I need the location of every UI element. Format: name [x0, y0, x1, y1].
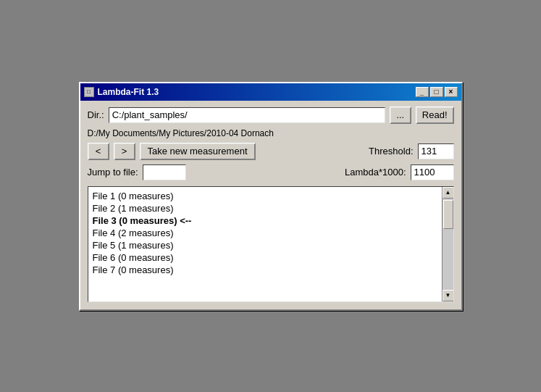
list-item[interactable]: File 4 (2 measures) [93, 227, 437, 239]
close-button[interactable]: × [445, 87, 458, 97]
file-list-container: File 1 (0 measures)File 2 (1 measures)Fi… [88, 186, 454, 302]
read-button[interactable]: Read! [416, 107, 454, 124]
jump-input[interactable] [143, 164, 186, 180]
scroll-down-button[interactable]: ▼ [443, 290, 454, 301]
scroll-thumb[interactable] [443, 200, 453, 229]
window-body: Dir.: ... Read! D:/My Documents/My Pictu… [80, 101, 461, 309]
list-item[interactable]: File 2 (1 measures) [93, 202, 437, 214]
current-path: D:/My Documents/My Pictures/2010-04 Dorn… [88, 128, 454, 138]
list-item[interactable]: File 5 (1 measures) [93, 239, 437, 251]
list-item[interactable]: File 3 (0 measures) <-- [93, 214, 437, 227]
list-item[interactable]: File 1 (0 measures) [93, 190, 437, 202]
window-icon: □ [84, 87, 94, 97]
dir-label: Dir.: [88, 109, 104, 120]
scrollbar[interactable]: ▲ ▼ [442, 187, 453, 301]
window-title: Lambda-Fit 1.3 [98, 87, 159, 97]
threshold-input[interactable] [418, 143, 454, 159]
list-item[interactable]: File 7 (0 measures) [93, 264, 437, 276]
list-item[interactable]: File 6 (0 measures) [93, 251, 437, 264]
title-bar-left: □ Lambda-Fit 1.3 [84, 87, 159, 97]
scroll-track[interactable] [443, 199, 453, 290]
prev-button[interactable]: < [88, 143, 109, 160]
jump-label: Jump to file: [88, 167, 138, 178]
browse-button[interactable]: ... [390, 107, 411, 124]
main-window: □ Lambda-Fit 1.3 _ □ × Dir.: ... Read! D… [79, 82, 463, 311]
dir-input[interactable] [109, 107, 385, 123]
file-list[interactable]: File 1 (0 measures)File 2 (1 measures)Fi… [88, 187, 442, 301]
dir-row: Dir.: ... Read! [88, 107, 454, 124]
lambda-row: Jump to file: Lambda*1000: [88, 164, 454, 180]
lambda-input[interactable] [411, 164, 454, 180]
next-button[interactable]: > [114, 143, 135, 160]
title-buttons: _ □ × [416, 87, 458, 97]
title-bar: □ Lambda-Fit 1.3 _ □ × [80, 83, 461, 101]
minimize-button[interactable]: _ [416, 87, 429, 97]
threshold-label: Threshold: [369, 146, 413, 157]
take-measurement-button[interactable]: Take new measurement [140, 143, 256, 160]
maximize-button[interactable]: □ [430, 87, 443, 97]
nav-row: < > Take new measurement Threshold: [88, 143, 454, 160]
lambda-label: Lambda*1000: [345, 167, 406, 178]
scroll-up-button[interactable]: ▲ [443, 187, 454, 199]
